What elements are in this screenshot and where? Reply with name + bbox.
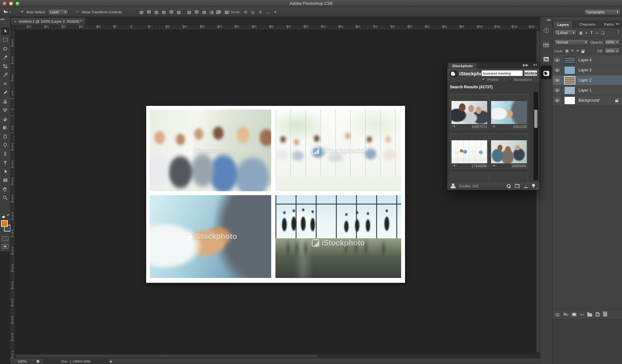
- zoom-window-button[interactable]: [16, 2, 19, 6]
- stock-photo-thumbnail[interactable]: [491, 140, 527, 163]
- collapse-panels-icon[interactable]: ◀◀: [546, 18, 550, 21]
- lasso-tool[interactable]: [1, 44, 10, 53]
- align-horizontal-centers-icon[interactable]: [169, 10, 174, 14]
- lock-all-icon[interactable]: [581, 51, 584, 53]
- blur-tool[interactable]: [1, 132, 10, 141]
- search-result-item[interactable]: ▼ 17948386: [450, 133, 489, 169]
- align-bottom-edges-icon[interactable]: [154, 10, 159, 14]
- filter-shape-layers-icon[interactable]: ▱: [595, 31, 598, 35]
- 3d-rotate-icon[interactable]: ⟲: [244, 10, 247, 15]
- photo-layer-business-team[interactable]: iStockphoto: [150, 109, 271, 191]
- align-top-edges-icon[interactable]: [139, 10, 144, 14]
- rectangle-tool[interactable]: [1, 176, 10, 184]
- filter-toggle-switch[interactable]: [617, 30, 620, 36]
- history-brush-tool[interactable]: [1, 106, 10, 114]
- new-adjustment-layer-icon[interactable]: ◐▾: [580, 312, 584, 317]
- thumbnail-options-dropdown[interactable]: ▼: [491, 164, 497, 168]
- search-result-item[interactable]: ▼ 10827673: [450, 94, 489, 129]
- lock-pixels-icon[interactable]: ✎: [571, 49, 574, 53]
- distribute-top-edges-icon[interactable]: [187, 10, 192, 14]
- screen-mode-button[interactable]: [2, 244, 8, 249]
- tab-layers[interactable]: Layers: [553, 21, 573, 28]
- layer-name[interactable]: Layer 1: [578, 88, 591, 93]
- stock-photo-thumbnail[interactable]: [491, 101, 527, 124]
- photos-checkbox[interactable]: [481, 78, 485, 82]
- lock-transparency-icon[interactable]: ▦: [565, 49, 568, 53]
- fill-value-dropdown[interactable]: 100%▲▼: [605, 48, 620, 54]
- thumbnail-options-dropdown[interactable]: ▼: [451, 125, 458, 128]
- hand-tool[interactable]: [1, 184, 10, 193]
- filter-adjustment-layers-icon[interactable]: ◐: [585, 31, 588, 35]
- lightbox-icon[interactable]: [515, 184, 520, 188]
- stock-photo-thumbnail[interactable]: [451, 140, 487, 163]
- layer-row-layer3[interactable]: Layer 3: [552, 65, 622, 75]
- zoom-level-field[interactable]: 100%: [18, 359, 27, 363]
- current-tool-icon[interactable]: [3, 9, 8, 15]
- ideas-icon[interactable]: [532, 184, 535, 188]
- blend-mode-dropdown[interactable]: Normal▲▼: [554, 39, 589, 45]
- distribute-vertical-centers-icon[interactable]: [194, 10, 199, 14]
- distribute-bottom-edges-icon[interactable]: [202, 10, 207, 14]
- quick-selection-tool[interactable]: [1, 53, 10, 62]
- 3d-slide-icon[interactable]: ↔: [266, 10, 270, 15]
- layer-thumbnail[interactable]: [564, 86, 575, 94]
- show-transform-controls-checkbox[interactable]: [75, 10, 79, 14]
- add-layer-mask-icon[interactable]: [572, 313, 577, 316]
- eraser-tool[interactable]: [1, 114, 10, 123]
- new-layer-icon[interactable]: [596, 312, 600, 317]
- download-icon[interactable]: ↓: [524, 184, 528, 188]
- istockphoto-panel-button[interactable]: [541, 66, 552, 79]
- workspace-switcher-dropdown[interactable]: Typography▲▼: [584, 9, 620, 15]
- layer-thumbnail[interactable]: [564, 56, 575, 64]
- results-scrollbar-thumb[interactable]: [534, 110, 538, 128]
- stock-photo-thumbnail[interactable]: [451, 101, 487, 124]
- layer-name[interactable]: Layer 3: [578, 68, 591, 72]
- photo-layer-table-meeting[interactable]: iStockphoto: [275, 109, 401, 191]
- status-options-arrow-icon[interactable]: ▶: [110, 360, 112, 363]
- thumbnail-options-dropdown[interactable]: ▼: [491, 125, 497, 128]
- filter-type-layers-icon[interactable]: T: [590, 31, 593, 35]
- filter-smart-objects-icon[interactable]: ❏: [601, 31, 604, 35]
- collapse-panel-icon[interactable]: ▶▶: [523, 63, 528, 67]
- search-result-item[interactable]: ▼ 9352228: [490, 94, 528, 129]
- layer-row-layer2-selected[interactable]: Layer 2: [552, 75, 622, 85]
- lock-position-icon[interactable]: ✛: [576, 49, 579, 53]
- panel-resize-grip[interactable]: [535, 186, 539, 190]
- move-tool[interactable]: [1, 27, 10, 35]
- search-input[interactable]: [481, 70, 523, 76]
- visibility-eye-icon[interactable]: [552, 55, 562, 65]
- close-window-button[interactable]: [3, 2, 6, 6]
- zoom-tool[interactable]: [1, 193, 10, 202]
- visibility-eye-icon[interactable]: [552, 95, 562, 106]
- ruler-origin-corner[interactable]: [10, 25, 15, 30]
- align-right-edges-icon[interactable]: [176, 10, 181, 14]
- illustrations-checkbox[interactable]: [508, 78, 512, 82]
- filter-kind-dropdown[interactable]: Kind▲▼: [554, 30, 577, 36]
- auto-select-dropdown[interactable]: Layer▲▼: [48, 9, 68, 15]
- crop-tool[interactable]: [1, 62, 10, 70]
- type-tool[interactable]: T: [1, 158, 10, 167]
- visibility-eye-icon[interactable]: [552, 65, 562, 75]
- 3d-drag-icon[interactable]: ✛: [259, 10, 262, 15]
- account-icon[interactable]: [451, 183, 456, 188]
- layer-row-layer1[interactable]: Layer 1: [552, 85, 622, 95]
- distribute-left-edges-icon[interactable]: [209, 10, 214, 14]
- auto-align-layers-icon[interactable]: [216, 10, 220, 15]
- search-icon[interactable]: [507, 184, 511, 188]
- path-selection-tool[interactable]: [1, 167, 10, 176]
- search-result-item[interactable]: ▼ 18960006: [490, 133, 528, 169]
- rectangular-marquee-tool[interactable]: [1, 35, 10, 44]
- expand-tools-panel-icon[interactable]: ▶▶: [1, 18, 5, 21]
- brush-tool[interactable]: [1, 88, 10, 97]
- layer-row-background[interactable]: Background: [552, 95, 622, 106]
- layer-thumbnail[interactable]: [564, 96, 575, 105]
- layer-name[interactable]: Layer 4: [578, 58, 591, 62]
- thumbnail-options-dropdown[interactable]: ▼: [451, 164, 458, 168]
- layer-thumbnail[interactable]: [564, 66, 575, 74]
- panel-menu-icon[interactable]: ▾≡: [533, 63, 538, 67]
- opacity-value-dropdown[interactable]: 100%▲▼: [605, 39, 620, 45]
- filter-pixel-layers-icon[interactable]: ▣: [579, 31, 583, 35]
- layer-styles-fx-icon[interactable]: fx▾: [564, 312, 568, 317]
- 3d-roll-icon[interactable]: ◎: [251, 10, 255, 15]
- auto-select-checkbox[interactable]: [20, 10, 24, 14]
